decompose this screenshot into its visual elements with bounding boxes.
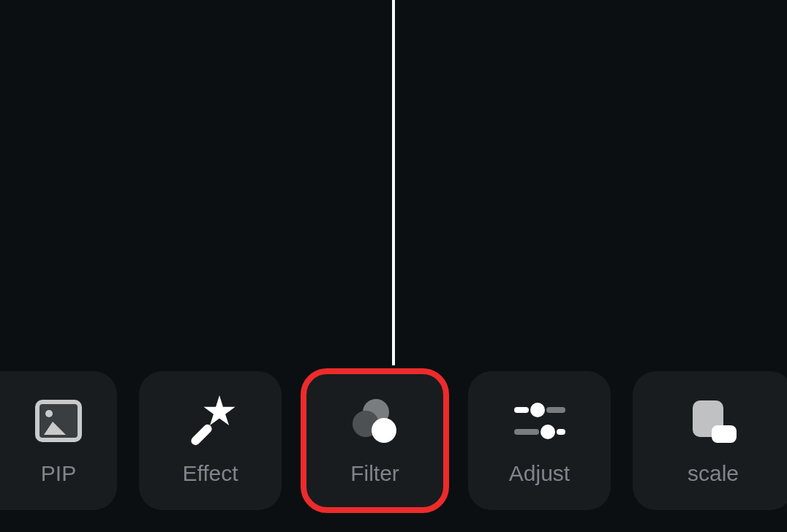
effect-icon <box>185 395 236 446</box>
filter-label: Filter <box>350 461 399 486</box>
scale-label: scale <box>688 461 739 486</box>
pip-label: PIP <box>41 461 76 486</box>
scale-button[interactable]: scale <box>633 371 787 510</box>
pip-button[interactable]: PIP <box>0 371 117 510</box>
filter-button[interactable]: Filter <box>304 371 446 510</box>
effect-label: Effect <box>182 461 238 486</box>
scale-icon <box>688 395 739 446</box>
pip-icon <box>33 395 84 446</box>
adjust-icon <box>514 395 565 446</box>
filter-icon <box>350 395 401 446</box>
timeline-playhead[interactable] <box>392 0 395 365</box>
adjust-button[interactable]: Adjust <box>468 371 611 510</box>
effect-button[interactable]: Effect <box>139 371 282 510</box>
bottom-toolbar: PIP Effect Filter <box>0 371 787 510</box>
adjust-label: Adjust <box>509 461 570 486</box>
